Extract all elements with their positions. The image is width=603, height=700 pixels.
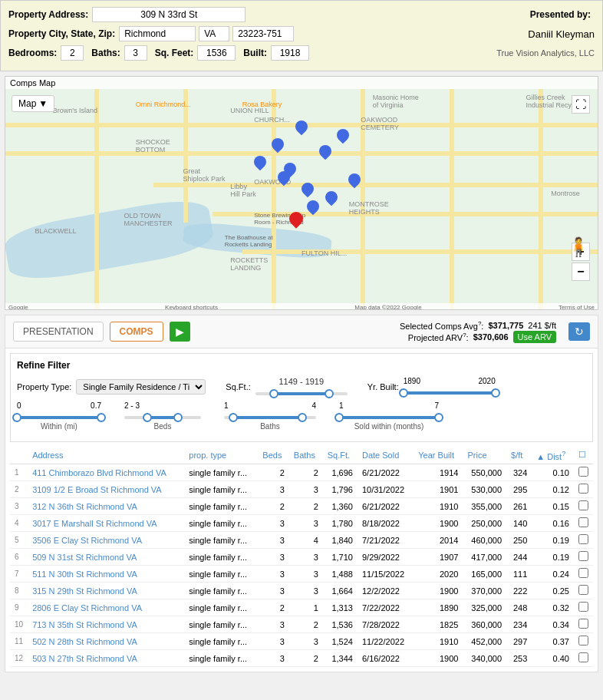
- row-sqft: 1,536: [323, 616, 358, 633]
- row-address[interactable]: 503 N 27th St Richmond VA: [28, 650, 184, 667]
- sold-slider-thumb-right[interactable]: [434, 413, 443, 422]
- row-select-checkbox[interactable]: [578, 568, 588, 578]
- row-select-checkbox[interactable]: [578, 619, 588, 629]
- row-beds: 3: [258, 633, 289, 650]
- beds-slider-thumb-left[interactable]: [143, 413, 152, 422]
- map-pin-subject[interactable]: [289, 212, 302, 227]
- refresh-button[interactable]: ↻: [568, 322, 590, 341]
- col-date-sold[interactable]: Date Sold: [358, 447, 414, 464]
- row-date-sold: 10/31/2022: [358, 481, 414, 498]
- col-beds[interactable]: Beds: [258, 447, 289, 464]
- row-select-checkbox[interactable]: [578, 517, 588, 527]
- map-region-shiplock: GreatShiplock Park: [183, 167, 226, 183]
- col-price[interactable]: Price: [463, 447, 506, 464]
- map-pin-8[interactable]: [325, 191, 338, 206]
- map-pin-1[interactable]: [319, 145, 331, 160]
- table-row: 6 509 N 31st St Richmond VA single famil…: [10, 549, 593, 566]
- row-select-checkbox[interactable]: [578, 602, 588, 612]
- yr-built-slider-thumb-left[interactable]: [399, 388, 408, 398]
- sold-slider-thumb-left[interactable]: [334, 413, 344, 422]
- row-select-checkbox[interactable]: [578, 652, 588, 662]
- row-address[interactable]: 315 N 29th St Richmond VA: [28, 583, 184, 599]
- row-select-checkbox[interactable]: [578, 636, 588, 646]
- row-select-checkbox[interactable]: [578, 500, 588, 510]
- map-pin-9[interactable]: [348, 173, 361, 189]
- map-type-button[interactable]: Map ▼: [12, 95, 54, 112]
- row-select-checkbox[interactable]: [578, 585, 588, 595]
- col-checkbox: ☐: [574, 447, 593, 464]
- row-select-checkbox[interactable]: [578, 534, 588, 544]
- row-checkbox[interactable]: [574, 481, 593, 498]
- street-view-person[interactable]: 🧍: [567, 236, 590, 258]
- col-address[interactable]: Address: [28, 447, 184, 464]
- stats-area: Selected Comps Avg?: $371,775 241 $/ft P…: [400, 320, 556, 343]
- use-arv-button[interactable]: Use ARV: [513, 331, 556, 343]
- row-address[interactable]: 3017 E Marshall St Richmond VA: [28, 515, 184, 532]
- property-type-label: Property Type:: [17, 382, 71, 391]
- row-checkbox[interactable]: [574, 464, 593, 481]
- row-address[interactable]: 3506 E Clay St Richmond VA: [28, 532, 184, 549]
- row-address[interactable]: 502 N 28th St Richmond VA: [28, 633, 184, 650]
- row-checkbox[interactable]: [574, 599, 593, 616]
- row-checkbox[interactable]: [574, 515, 593, 532]
- map-fullscreen-button[interactable]: ⛶: [572, 95, 590, 114]
- row-year-built: 2014: [414, 532, 463, 549]
- row-address[interactable]: 713 N 35th St Richmond VA: [28, 616, 184, 633]
- row-checkbox[interactable]: [574, 616, 593, 633]
- row-checkbox[interactable]: [574, 498, 593, 515]
- beds-slider-track: [124, 416, 201, 419]
- row-checkbox[interactable]: [574, 633, 593, 650]
- yr-built-slider-thumb-right[interactable]: [491, 388, 500, 398]
- google-label: Google: [8, 304, 28, 310]
- col-year-built[interactable]: Year Built: [414, 447, 463, 464]
- col-baths[interactable]: Baths: [289, 447, 323, 464]
- within-slider-thumb-right[interactable]: [97, 413, 106, 422]
- row-checkbox[interactable]: [574, 566, 593, 583]
- row-checkbox[interactable]: [574, 650, 593, 667]
- col-per-sqft[interactable]: $/ft: [506, 447, 532, 464]
- col-prop-type[interactable]: prop. type: [184, 447, 258, 464]
- zoom-out-button[interactable]: −: [572, 262, 590, 281]
- beds-slider-thumb-right[interactable]: [173, 413, 183, 422]
- map-pin-4[interactable]: [272, 138, 284, 154]
- presented-by-label: Presented by:: [530, 9, 591, 20]
- baths-slider-thumb-left[interactable]: [229, 413, 238, 422]
- yr-built-filter: Yr. Built: 1890 2020: [367, 377, 496, 396]
- tab-presentation[interactable]: PRESENTATION: [13, 322, 104, 342]
- row-checkbox[interactable]: [574, 583, 593, 599]
- map-region-oakwood: OAKWOODCEMETERY: [361, 116, 399, 131]
- row-address[interactable]: 411 Chimborazo Blvd Richmond VA: [28, 464, 184, 481]
- col-sqft[interactable]: Sq.Ft.: [323, 447, 358, 464]
- map-pin-3[interactable]: [295, 121, 308, 136]
- sqft-slider-thumb-right[interactable]: [325, 389, 334, 398]
- video-button[interactable]: ▶: [170, 322, 190, 342]
- map-pin-7[interactable]: [302, 183, 314, 198]
- yr-built-range-labels: 1890 2020: [404, 377, 496, 385]
- map-place-omni: Omni Richmond...: [136, 101, 191, 108]
- map-pin-10[interactable]: [284, 163, 296, 178]
- row-baths: 2: [289, 498, 323, 515]
- map-controls: Map ▼: [12, 95, 54, 112]
- map-pin-11[interactable]: [307, 200, 319, 216]
- col-dist[interactable]: ▲ Dist?: [532, 447, 574, 464]
- map-pin-2[interactable]: [337, 129, 349, 144]
- row-address[interactable]: 312 N 36th St Richmond VA: [28, 498, 184, 515]
- row-select-checkbox[interactable]: [578, 551, 588, 561]
- row-select-checkbox[interactable]: [578, 484, 588, 494]
- map-type-chevron-icon: ▼: [38, 98, 48, 109]
- tab-comps[interactable]: COMPS: [110, 322, 163, 342]
- row-checkbox[interactable]: [574, 549, 593, 566]
- sqft-slider-thumb-left[interactable]: [269, 389, 278, 398]
- row-checkbox[interactable]: [574, 532, 593, 549]
- property-type-select[interactable]: Single Family Residence / Ti: [76, 379, 206, 395]
- row-select-checkbox[interactable]: [578, 467, 588, 477]
- within-slider-thumb-left[interactable]: [12, 413, 21, 422]
- map-place-boathouse: The Boathouse atRocketts Landing: [225, 234, 273, 248]
- row-address[interactable]: 2806 E Clay St Richmond VA: [28, 599, 184, 616]
- map-container[interactable]: Historic... Brown's Island SHOCKOEBOTTOM…: [5, 89, 598, 310]
- row-address[interactable]: 509 N 31st St Richmond VA: [28, 549, 184, 566]
- map-pin-5[interactable]: [254, 156, 266, 171]
- baths-slider-thumb-right[interactable]: [298, 413, 307, 422]
- row-address[interactable]: 3109 1/2 E Broad St Richmond VA: [28, 481, 184, 498]
- row-address[interactable]: 511 N 30th St Richmond VA: [28, 566, 184, 583]
